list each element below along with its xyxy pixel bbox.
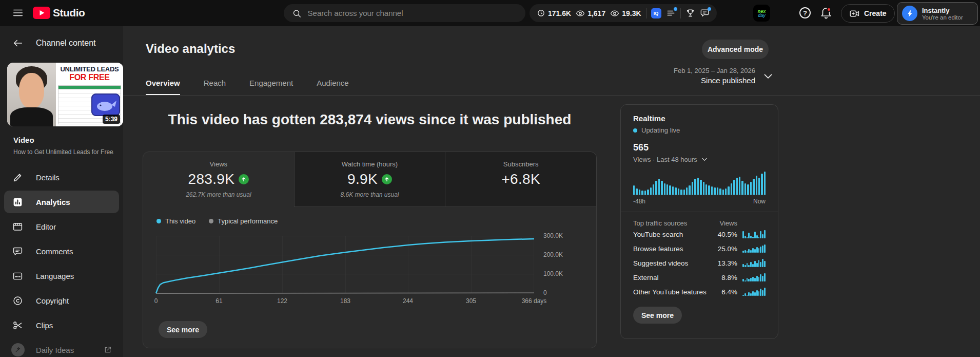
axis-end-label: Now xyxy=(753,198,766,205)
advanced-mode-button[interactable]: Advanced mode xyxy=(702,40,769,59)
traffic-source-pct: 6.4% xyxy=(713,288,737,296)
views-value-a: 1,617 xyxy=(587,9,605,17)
video-thumbnail[interactable]: UNLIMITED LEADS FOR FREE 5:39 xyxy=(7,63,123,126)
traffic-row-youtube-search[interactable]: YouTube search 40.5% xyxy=(633,227,766,241)
views-stat-b[interactable]: 19.3K xyxy=(610,9,641,18)
column-header-sources: Top traffic sources xyxy=(633,219,713,227)
sidebar-item-label: Comments xyxy=(36,247,73,256)
chart-legend: This video Typical performance xyxy=(156,217,278,225)
youtube-studio-logo[interactable]: Studio xyxy=(33,7,85,19)
legend-this-video[interactable]: This video xyxy=(156,217,195,225)
traffic-row-other-youtube-features[interactable]: Other YouTube features 6.4% xyxy=(633,285,766,299)
metric-delta: 262.7K more than usual xyxy=(186,191,251,198)
legend-label: Typical performance xyxy=(218,217,278,225)
sidebar-item-daily-ideas[interactable]: Daily Ideas xyxy=(0,337,123,357)
axis-start-label: -48h xyxy=(633,198,645,205)
realtime-see-more-button[interactable]: See more xyxy=(633,307,682,324)
see-more-button[interactable]: See more xyxy=(159,321,207,338)
sidebar-item-label: Daily Ideas xyxy=(36,346,74,354)
thumbnail-text-line2: FOR FREE xyxy=(56,73,123,82)
traffic-sparkline xyxy=(742,288,766,296)
realtime-views-caption[interactable]: Views · Last 48 hours xyxy=(633,155,766,163)
account-avatar[interactable]: nex day xyxy=(753,5,770,22)
create-label: Create xyxy=(864,9,887,17)
vidiq-extension-icon[interactable]: IQ xyxy=(651,8,661,18)
notification-dot-red xyxy=(827,7,831,12)
sidebar-item-details[interactable]: Details xyxy=(0,165,123,190)
x-axis-label: 122 xyxy=(277,297,287,305)
tab-reach[interactable]: Reach xyxy=(204,79,226,96)
watch-hours-stat[interactable]: 171.6K xyxy=(537,9,571,17)
youtube-studio-app: Studio 171.6K 1,617 19.3K IQ xyxy=(0,0,980,357)
back-label[interactable]: Channel content xyxy=(36,39,96,48)
column-header-views: Views xyxy=(713,219,737,227)
hamburger-menu-icon[interactable] xyxy=(12,7,24,18)
views-headline: This video has gotten 283,874 views sinc… xyxy=(143,111,597,128)
metric-views[interactable]: Views 283.9K 262.7K more than usual xyxy=(143,152,294,207)
views-stat-a[interactable]: 1,617 xyxy=(576,9,605,18)
metric-subscribers[interactable]: Subscribers +6.8K xyxy=(445,152,596,207)
traffic-row-external[interactable]: External 8.8% xyxy=(633,270,766,285)
divider xyxy=(621,212,778,212)
help-icon[interactable]: ? xyxy=(799,7,811,18)
list-extension-icon[interactable] xyxy=(666,8,676,18)
back-navigation: Channel content xyxy=(0,26,123,49)
sidebar-item-label: Details xyxy=(36,173,60,182)
external-link-icon xyxy=(104,346,112,354)
traffic-sparkline xyxy=(742,259,766,267)
views-caption-label: Views · Last 48 hours xyxy=(633,156,697,163)
traffic-source-pct: 25.0% xyxy=(713,245,737,253)
traffic-row-suggested-videos[interactable]: Suggested videos 13.3% xyxy=(633,256,766,270)
sidebar-item-copyright[interactable]: Copyright xyxy=(0,288,123,313)
sidebar-item-analytics[interactable]: Analytics xyxy=(0,190,123,214)
search-icon xyxy=(292,8,302,18)
tab-engagement[interactable]: Engagement xyxy=(249,79,293,96)
metric-value: 9.9K xyxy=(347,171,378,187)
traffic-row-browse-features[interactable]: Browse features 25.0% xyxy=(633,241,766,256)
thumbnail-text-line1: UNLIMITED LEADS xyxy=(56,65,123,73)
search-input[interactable] xyxy=(308,9,517,17)
sidebar-item-label: Languages xyxy=(36,272,74,280)
x-axis-label: 244 xyxy=(403,297,413,305)
video-duration-badge: 5:39 xyxy=(103,115,120,124)
channel-search[interactable] xyxy=(284,4,525,22)
thumbnail-face-art xyxy=(7,63,56,126)
sidebar-item-clips[interactable]: Clips xyxy=(0,313,123,337)
main-content: Video analytics Advanced mode Feb 1, 202… xyxy=(123,26,980,357)
date-range-selector[interactable]: Feb 1, 2025 – Jan 28, 2026 Since publish… xyxy=(674,67,775,85)
channel-stats-pill: 171.6K 1,617 19.3K IQ xyxy=(530,4,717,22)
metric-label: Watch time (hours) xyxy=(342,160,398,168)
sidebar-item-label: Copyright xyxy=(36,296,69,305)
realtime-card: Realtime Updating live 565 Views · Last … xyxy=(620,104,778,339)
trend-up-icon xyxy=(382,174,392,184)
y-axis-label: 0 xyxy=(543,289,547,296)
sidebar-item-label: Editor xyxy=(36,222,56,231)
sidebar-item-editor[interactable]: Editor xyxy=(0,214,123,239)
avatar-text: day xyxy=(758,13,766,17)
instantly-extension-badge[interactable]: Instantly You're an editor xyxy=(897,2,978,25)
live-status-label: Updating live xyxy=(641,126,680,134)
sidebar-item-languages[interactable]: Languages xyxy=(0,264,123,288)
x-axis-label: 183 xyxy=(340,297,350,305)
notifications-bell-icon[interactable] xyxy=(820,7,832,19)
youtube-play-icon xyxy=(33,7,50,19)
whale-logo xyxy=(91,93,120,116)
sidebar-item-comments[interactable]: Comments xyxy=(0,239,123,264)
chat-icon[interactable] xyxy=(700,8,710,18)
metric-label: Views xyxy=(210,160,227,168)
lightning-bolt-icon xyxy=(902,6,917,21)
y-axis-label: 100.0K xyxy=(543,270,563,277)
legend-typical-performance[interactable]: Typical performance xyxy=(209,217,278,225)
metric-watch-time[interactable]: Watch time (hours) 9.9K 8.6K more than u… xyxy=(294,152,445,207)
traffic-source-name: YouTube search xyxy=(633,231,713,238)
create-button[interactable]: Create xyxy=(841,4,895,23)
eye-icon xyxy=(576,9,585,18)
views-line-chart xyxy=(156,236,534,293)
chevron-down-icon xyxy=(761,69,775,83)
trophy-icon[interactable] xyxy=(685,8,695,18)
tab-audience[interactable]: Audience xyxy=(317,79,349,96)
tab-overview[interactable]: Overview xyxy=(146,79,180,96)
realtime-title: Realtime xyxy=(633,114,766,123)
back-arrow-icon[interactable] xyxy=(12,37,24,49)
metric-delta: 8.6K more than usual xyxy=(340,191,399,198)
